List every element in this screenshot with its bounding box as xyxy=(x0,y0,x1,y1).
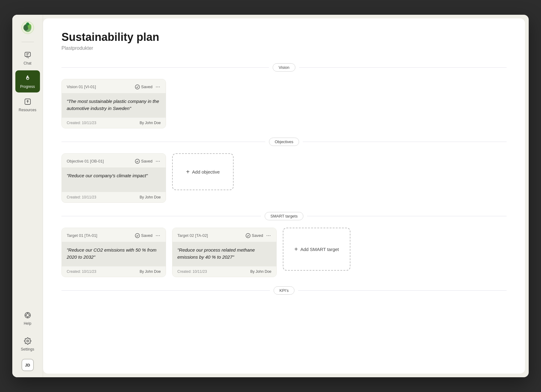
svg-point-21 xyxy=(135,85,140,89)
target-card-1-text: "Reduce our CO2 emissions with 50 % from… xyxy=(67,247,161,261)
target-card-2-header-right: Saved ··· xyxy=(246,232,271,239)
target-card-2-body: "Reduce our process related methane emis… xyxy=(172,242,276,266)
svg-point-4 xyxy=(26,22,29,25)
target-card-2-author: By John Doe xyxy=(250,269,271,274)
resources-icon xyxy=(23,97,32,106)
objective-card-1: Objective 01 [OB-01] Saved ··· "Re xyxy=(61,153,166,203)
add-smart-target-plus-icon: + xyxy=(294,246,298,253)
objective-card-1-created: Created: 10/11/23 xyxy=(67,195,96,199)
page-subtitle: Plastprodukter xyxy=(61,45,507,51)
add-smart-target-label: Add SMART target xyxy=(300,247,339,252)
smart-targets-line-left xyxy=(61,216,261,216)
objective-card-1-id: Objective 01 [OB-01] xyxy=(67,159,104,163)
objective-card-1-header-right: Saved ··· xyxy=(135,158,161,164)
svg-point-20 xyxy=(27,340,29,342)
settings-icon xyxy=(23,337,32,345)
target-card-1-saved: Saved xyxy=(135,233,152,238)
objectives-line-left xyxy=(61,142,265,142)
sidebar-settings-label: Settings xyxy=(21,347,34,351)
objective-card-1-header: Objective 01 [OB-01] Saved ··· xyxy=(62,154,166,167)
vision-line-left xyxy=(61,67,269,68)
svg-point-9 xyxy=(28,57,29,58)
sidebar-chat-label: Chat xyxy=(24,61,31,65)
add-objective-label: Add objective xyxy=(192,169,220,174)
vision-card-1-created: Created: 10/11/23 xyxy=(67,121,96,125)
svg-point-24 xyxy=(246,233,250,238)
page-title: Sustainability plan xyxy=(61,31,507,44)
objective-card-1-saved: Saved xyxy=(135,159,152,164)
smart-targets-cards-row: Target 01 [TA-01] Saved ··· "Reduc xyxy=(61,228,507,277)
kpis-section-divider: KPI's xyxy=(61,286,507,295)
help-icon xyxy=(23,311,32,319)
objective-card-1-more-btn[interactable]: ··· xyxy=(155,158,161,164)
target-card-2-created: Created: 10/11/23 xyxy=(177,269,207,274)
objective-card-1-footer: Created: 10/11/23 By John Doe xyxy=(62,192,166,202)
vision-card-1-footer: Created: 10/11/23 By John Doe xyxy=(62,118,166,128)
target-card-2-more-btn[interactable]: ··· xyxy=(266,232,271,239)
vision-section-divider: Vision xyxy=(61,63,507,72)
vision-card-1-header: Vision 01 [VI-01] Saved ··· xyxy=(62,79,166,93)
target-card-1-footer: Created: 10/11/23 By John Doe xyxy=(62,266,166,277)
user-avatar[interactable]: JD xyxy=(22,359,34,371)
vision-card-1-saved: Saved xyxy=(135,84,152,89)
target-card-2-text: "Reduce our process related methane emis… xyxy=(177,247,271,261)
vision-card-1: Vision 01 [VI-01] Saved ··· "The m xyxy=(61,79,166,128)
kpis-line-right xyxy=(298,290,507,291)
svg-point-22 xyxy=(135,159,140,163)
sidebar-progress-label: Progress xyxy=(20,84,35,89)
target-card-1-created: Created: 10/11/23 xyxy=(67,269,96,274)
app-logo xyxy=(21,21,34,36)
kpis-badge: KPI's xyxy=(274,286,294,295)
vision-card-1-text: "The most sustainable plastic company in… xyxy=(67,98,161,112)
app-window: Chat Progress Resources xyxy=(12,15,529,377)
progress-icon xyxy=(23,74,32,83)
target-card-1-author: By John Doe xyxy=(140,269,161,274)
target-card-2: Target 02 [TA-02] Saved ··· "Reduc xyxy=(172,228,277,277)
target-card-2-saved: Saved xyxy=(246,233,263,238)
kpis-line-left xyxy=(61,290,270,291)
target-card-1-more-btn[interactable]: ··· xyxy=(155,232,161,239)
svg-point-2 xyxy=(23,25,28,31)
add-objective-button[interactable]: + Add objective xyxy=(172,153,234,190)
svg-point-15 xyxy=(26,314,29,317)
target-card-1-body: "Reduce our CO2 emissions with 50 % from… xyxy=(62,242,166,266)
target-card-1-header: Target 01 [TA-01] Saved ··· xyxy=(62,228,166,242)
add-objective-plus-icon: + xyxy=(186,168,190,175)
main-content: Sustainability plan Plastprodukter Visio… xyxy=(43,18,525,374)
svg-point-8 xyxy=(26,57,27,58)
objective-card-1-text: "Reduce our company's climate impact" xyxy=(67,172,148,179)
svg-point-23 xyxy=(135,233,140,238)
objectives-section-divider: Objectives xyxy=(61,138,507,146)
target-card-1: Target 01 [TA-01] Saved ··· "Reduc xyxy=(61,228,166,277)
target-card-1-id: Target 01 [TA-01] xyxy=(67,233,97,238)
target-card-2-header: Target 02 [TA-02] Saved ··· xyxy=(172,228,276,242)
vision-card-1-body: "The most sustainable plastic company in… xyxy=(62,93,166,118)
sidebar-item-resources[interactable]: Resources xyxy=(15,94,40,116)
sidebar-item-progress[interactable]: Progress xyxy=(15,70,40,92)
sidebar-resources-label: Resources xyxy=(19,108,36,112)
objective-card-1-author: By John Doe xyxy=(140,195,161,199)
sidebar-help-label: Help xyxy=(24,321,31,326)
sidebar-item-help[interactable]: Help xyxy=(15,307,40,329)
svg-point-11 xyxy=(27,76,28,76)
vision-card-1-header-right: Saved ··· xyxy=(135,84,161,90)
svg-rect-5 xyxy=(25,52,30,57)
target-card-2-id: Target 02 [TA-02] xyxy=(177,233,208,238)
sidebar: Chat Progress Resources xyxy=(12,15,43,377)
vision-badge: Vision xyxy=(273,63,295,72)
objective-card-1-body: "Reduce our company's climate impact" xyxy=(62,167,166,192)
vision-card-1-author: By John Doe xyxy=(140,121,161,125)
smart-targets-line-right xyxy=(307,216,507,216)
sidebar-item-chat[interactable]: Chat xyxy=(15,47,40,69)
objectives-cards-row: Objective 01 [OB-01] Saved ··· "Re xyxy=(61,153,507,203)
sidebar-item-settings[interactable]: Settings xyxy=(15,333,40,355)
objectives-badge: Objectives xyxy=(269,138,299,146)
sidebar-bottom: Help Settings JD xyxy=(15,307,40,371)
target-card-1-header-right: Saved ··· xyxy=(135,232,161,239)
vision-card-1-more-btn[interactable]: ··· xyxy=(155,84,161,90)
vision-cards-row: Vision 01 [VI-01] Saved ··· "The m xyxy=(61,79,507,128)
add-smart-target-button[interactable]: + Add SMART target xyxy=(283,228,350,271)
vision-line-right xyxy=(299,67,507,68)
target-card-2-footer: Created: 10/11/23 By John Doe xyxy=(172,266,276,277)
chat-icon xyxy=(23,51,32,59)
